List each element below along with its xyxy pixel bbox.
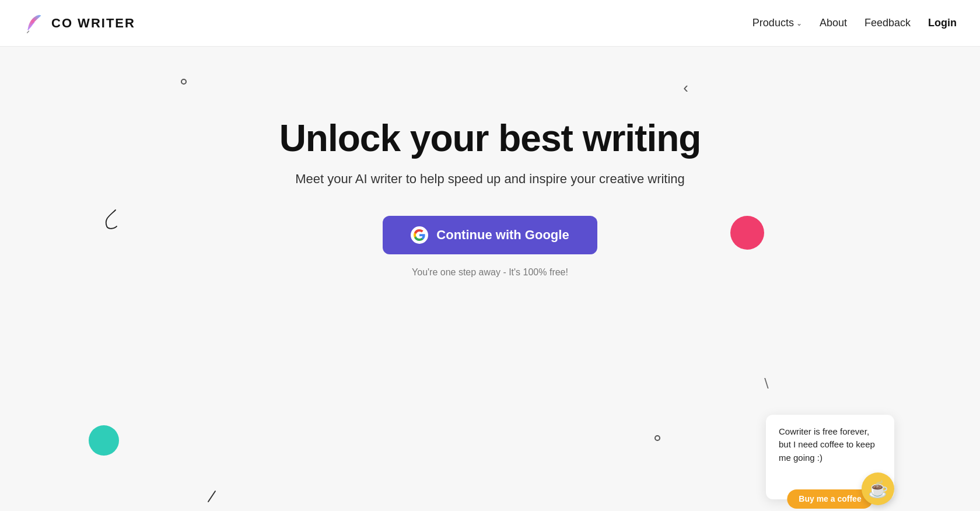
coffee-popup-action[interactable]: Buy me a coffee <box>787 489 873 509</box>
deco-scribble-left <box>98 204 130 239</box>
deco-pink-circle <box>730 216 764 250</box>
coffee-button[interactable]: ☕ <box>862 473 894 505</box>
coffee-icon: ☕ <box>868 480 888 499</box>
nav-login[interactable]: Login <box>928 17 957 29</box>
deco-green-circle <box>89 425 119 456</box>
main-content: ‹ ∖ Unlock your best writing Meet your A… <box>0 47 980 511</box>
nav-feedback[interactable]: Feedback <box>864 17 911 29</box>
header: CO WRITER Products ⌄ About Feedback Logi… <box>0 0 980 47</box>
google-icon <box>411 226 428 244</box>
free-text: You're one step away - It's 100% free! <box>412 267 568 278</box>
deco-arrow-bottom-left <box>207 490 225 506</box>
google-btn-label: Continue with Google <box>436 228 569 243</box>
chevron-down-icon: ⌄ <box>796 19 802 27</box>
hero-subtitle: Meet your AI writer to help speed up and… <box>295 172 685 187</box>
coffee-popup-text: Cowriter is free forever, but I need cof… <box>779 426 875 463</box>
deco-angle-top-right: ‹ <box>683 79 688 97</box>
logo-text: CO WRITER <box>51 16 135 31</box>
deco-circle-small-top <box>181 79 187 85</box>
nav: Products ⌄ About Feedback Login <box>752 17 957 29</box>
logo[interactable]: CO WRITER <box>23 12 135 34</box>
logo-icon <box>23 12 46 34</box>
google-signin-button[interactable]: Continue with Google <box>383 216 597 254</box>
nav-products[interactable]: Products ⌄ <box>752 17 802 29</box>
nav-about[interactable]: About <box>820 17 847 29</box>
deco-dash-bottom-right: ∖ <box>762 376 770 391</box>
hero-title: Unlock your best writing <box>279 117 701 160</box>
deco-circle-small-bottom <box>654 435 660 441</box>
